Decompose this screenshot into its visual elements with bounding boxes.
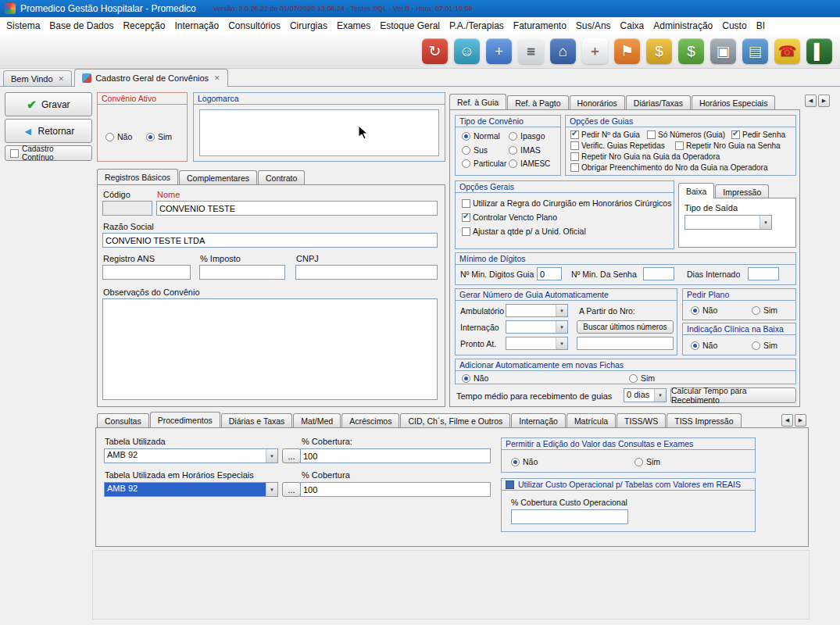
razao-social-input[interactable] <box>102 233 438 248</box>
tab-acrescimos[interactable]: Acréscimos <box>341 413 399 427</box>
checkbox-pedir-numero-guia[interactable]: Pedir Nº da Guia <box>570 130 640 139</box>
tab-complementares[interactable]: Complementares <box>179 170 257 184</box>
sync-icon[interactable]: ↻ <box>422 38 448 64</box>
tab-mat-med[interactable]: Mat/Med <box>293 413 341 427</box>
cadastro-continuo-checkbox[interactable] <box>10 149 19 158</box>
tab-honorarios[interactable]: Honorários <box>570 95 625 109</box>
close-icon[interactable]: ✕ <box>59 75 65 83</box>
stock-map-icon[interactable]: ⚑ <box>614 38 640 64</box>
checkbox-so-numeros-guia[interactable]: Só Números (Guia) <box>647 130 725 139</box>
radio-pedir-plano-sim[interactable]: Sim <box>752 305 777 315</box>
radio-pedir-plano-nao[interactable]: Não <box>691 305 717 315</box>
tab-tiss-ws[interactable]: TISS/WS <box>617 413 666 427</box>
tab-diarias-e-taxas[interactable]: Diárias e Taxas <box>221 413 293 427</box>
close-icon[interactable]: ✕ <box>214 74 220 82</box>
min-senha-input[interactable] <box>643 267 674 280</box>
radio-indicacao-sim[interactable]: Sim <box>752 341 777 350</box>
menu-sistema[interactable]: Sistema <box>2 19 45 33</box>
menu-pa-terapias[interactable]: P.A./Terapias <box>445 19 509 33</box>
checkbox-verific-guias-repetidas[interactable]: Verific. Guias Repetidas <box>570 141 665 150</box>
menu-base-de-dados[interactable]: Base de Dados <box>45 19 118 33</box>
phone-icon[interactable]: ☎ <box>774 38 800 64</box>
checkbox-pedir-senha[interactable]: Pedir Senha <box>731 130 785 139</box>
dropdown-arrow-icon[interactable]: ▼ <box>556 305 567 316</box>
manual-book-icon[interactable]: ▌ <box>806 38 832 64</box>
internacao-dropdown[interactable]: ▼ <box>506 320 568 334</box>
hospital-bed-icon[interactable]: ⌂ <box>550 38 576 64</box>
tab-impressao[interactable]: Impressão <box>715 184 769 198</box>
cnpj-input[interactable] <box>295 265 438 280</box>
cash-icon[interactable]: $ <box>678 38 704 64</box>
prescription-icon[interactable]: ≡ <box>518 38 544 64</box>
dropdown-arrow-icon[interactable]: ▼ <box>556 338 567 349</box>
radio-adicionar-sim[interactable]: Sim <box>629 373 655 383</box>
radio-tipo-normal[interactable]: Normal <box>462 131 500 141</box>
radio-tipo-particular[interactable]: Particular <box>462 159 506 168</box>
imposto-input[interactable] <box>199 265 285 280</box>
checkbox-obrigar-preenchimento-nro-guia[interactable]: Obrigar Preenchimento do Nro da Guia na … <box>570 163 767 172</box>
tab-contrato[interactable]: Contrato <box>258 170 305 184</box>
tabela-especial-browse-button[interactable]: ... <box>282 482 301 497</box>
tab-horarios-especiais[interactable]: Horários Especiais <box>692 95 776 109</box>
tab-tiss-impressao[interactable]: TISS Impressão <box>667 413 741 427</box>
tipo-saida-dropdown[interactable]: ▼ <box>685 215 772 230</box>
radio-permitir-nao[interactable]: Não <box>511 457 538 466</box>
radio-tipo-imas[interactable]: IMAS <box>509 145 541 155</box>
codigo-input[interactable] <box>102 201 152 216</box>
checkbox-controlar-vencto-plano[interactable]: Controlar Vencto Plano <box>462 212 557 222</box>
radio-tipo-ipasgo[interactable]: Ipasgo <box>509 131 545 141</box>
registro-ans-input[interactable] <box>102 265 191 280</box>
bottom-tab-scroll-right-button[interactable]: ▶ <box>795 414 806 427</box>
menu-exames[interactable]: Exames <box>332 19 375 33</box>
menu-bi[interactable]: BI <box>752 19 770 33</box>
safe-icon[interactable]: ▣ <box>710 38 736 64</box>
nome-input[interactable] <box>156 201 438 216</box>
checkbox-repetir-nro-guia-operadora[interactable]: Repetir Nro Guia na Guia da Operadora <box>570 152 720 161</box>
radio-adicionar-nao[interactable]: Não <box>462 373 488 383</box>
dropdown-arrow-icon[interactable]: ▼ <box>556 321 567 333</box>
tab-scroll-left-button[interactable]: ◀ <box>805 95 817 107</box>
checkbox-repetir-nro-guia-senha[interactable]: Repetir Nro Guia na Senha <box>675 141 781 150</box>
menu-faturamento[interactable]: Faturamento <box>509 19 571 33</box>
menu-cirurgias[interactable]: Cirurgias <box>285 19 332 33</box>
tempo-medio-dropdown[interactable]: 0 dias ▼ <box>624 388 667 402</box>
tab-diarias-taxas[interactable]: Diárias/Taxas <box>626 95 691 109</box>
radio-convenio-ativo-nao[interactable]: Não <box>105 132 132 141</box>
ambulatorio-dropdown[interactable]: ▼ <box>506 304 568 317</box>
calcular-tempo-button[interactable]: Calcular Tempo para Recebimento <box>670 388 796 403</box>
min-digitos-guia-input[interactable] <box>537 267 562 280</box>
pronto-at-dropdown[interactable]: ▼ <box>506 337 568 350</box>
menu-custo[interactable]: Custo <box>717 19 751 33</box>
checkbox-regra-cirurgiao[interactable]: Utilizar a Regra do Cirurgião em Honorár… <box>462 198 671 208</box>
tabela-utilizada-dropdown[interactable]: AMB 92 ▼ <box>104 448 278 463</box>
tab-matricula[interactable]: Matrícula <box>567 413 616 427</box>
cobertura2-input[interactable] <box>300 482 491 497</box>
ambulance-icon[interactable]: + <box>582 38 608 64</box>
menu-internacao[interactable]: Internação <box>170 19 223 33</box>
dias-internado-input[interactable] <box>748 267 779 280</box>
gravar-button[interactable]: ✔ Gravar <box>5 92 92 116</box>
tab-ref-a-pagto[interactable]: Ref. à Pagto <box>507 95 568 109</box>
tab-ref-a-guia[interactable]: Ref. à Guia <box>449 94 506 109</box>
dropdown-arrow-icon[interactable]: ▼ <box>760 216 771 229</box>
tabela-especial-dropdown[interactable]: AMB 92 ▼ <box>104 482 278 497</box>
logomarca-image-well[interactable] <box>199 109 439 156</box>
bottom-tab-scroll-left-button[interactable]: ◀ <box>781 414 793 427</box>
cadastro-continuo-toggle[interactable]: Cadastro Contínuo <box>5 145 92 161</box>
menu-caixa[interactable]: Caixa <box>616 19 649 33</box>
tab-cid-chs-filme-outros[interactable]: CID, Ch´s, Filme e Outros <box>400 413 510 427</box>
tab-baixa[interactable]: Baixa <box>678 183 714 198</box>
a-partir-do-nro-input[interactable] <box>577 337 674 350</box>
tab-procedimentos[interactable]: Procedimentos <box>150 412 220 427</box>
radio-indicacao-nao[interactable]: Não <box>691 341 717 350</box>
menu-recepcao[interactable]: Recepção <box>118 19 170 33</box>
cobertura-custo-input[interactable] <box>511 509 628 524</box>
radio-convenio-ativo-sim[interactable]: Sim <box>146 132 172 141</box>
tab-internacao-bottom[interactable]: Internação <box>511 413 566 427</box>
checkbox-ajustar-qtde[interactable]: Ajustar a qtde p/ a Unid. Oficial <box>462 227 586 236</box>
radio-permitir-sim[interactable]: Sim <box>634 457 660 466</box>
radio-tipo-iamesc[interactable]: IAMESC <box>509 159 550 168</box>
tab-scroll-right-button[interactable]: ▶ <box>818 95 830 107</box>
tab-registros-basicos[interactable]: Registros Básicos <box>97 169 178 184</box>
observacoes-textarea[interactable] <box>102 298 438 400</box>
